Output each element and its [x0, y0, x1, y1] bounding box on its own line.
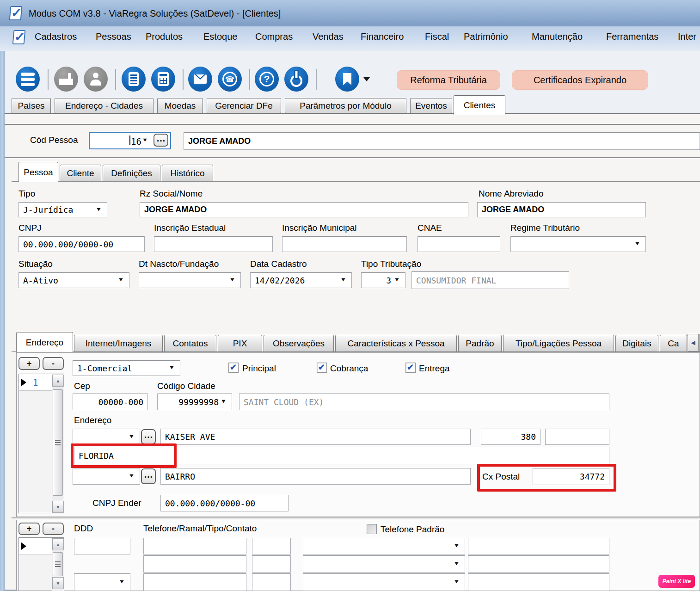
scroll-down-button[interactable]	[52, 577, 64, 589]
tab-pix[interactable]: PIX	[218, 335, 262, 352]
menu-produtos[interactable]: Produtos	[146, 31, 183, 42]
tab-historico[interactable]: Histórico	[162, 165, 213, 182]
menu-cadastros[interactable]: Cadastros	[35, 31, 77, 42]
telefone-field-1[interactable]	[143, 538, 246, 554]
tab-gerenciar-dfe[interactable]: Gerenciar DFe	[207, 98, 281, 113]
menu-manutencao[interactable]: Manutenção	[532, 31, 583, 42]
complemento-field[interactable]	[545, 429, 609, 445]
tab-contatos[interactable]: Contatos	[164, 335, 216, 352]
email-icon[interactable]	[188, 67, 212, 92]
bairro-ellipsis-button[interactable]	[141, 468, 156, 484]
tab-cliente[interactable]: Cliente	[60, 165, 101, 182]
ddd-combobox-3[interactable]	[74, 573, 130, 591]
tab-moedas[interactable]: Moedas	[157, 98, 203, 113]
person-icon[interactable]	[84, 67, 108, 92]
cnpj-ender-field[interactable]: 00.000.000/0000-00	[160, 495, 289, 511]
cod-cidade-combobox[interactable]: 99999998	[157, 394, 232, 410]
tipo-telefone-combobox-1[interactable]	[303, 538, 465, 554]
phone-add-button[interactable]: +	[18, 523, 40, 535]
power-icon[interactable]	[284, 67, 308, 92]
ramal-field-3[interactable]	[252, 573, 291, 591]
bookmark-dropdown-arrow-icon[interactable]	[363, 77, 370, 81]
dropdown-arrow-icon[interactable]	[455, 579, 461, 585]
records-menu-icon[interactable]	[16, 67, 40, 92]
rz-social-field[interactable]: JORGE AMADO	[140, 202, 468, 217]
dropdown-arrow-icon[interactable]	[455, 543, 461, 549]
menu-financeiro[interactable]: Financeiro	[361, 31, 404, 42]
cnae-field[interactable]	[418, 236, 500, 252]
dropdown-arrow-icon[interactable]	[120, 579, 127, 585]
logradouro-ellipsis-button[interactable]	[141, 429, 156, 444]
nome-abrev-field[interactable]: JORGE AMADO	[477, 202, 646, 217]
report-list-icon[interactable]	[122, 67, 146, 92]
tipo-telefone-combobox-2[interactable]	[303, 555, 465, 573]
menu-patrimonio[interactable]: Patrimônio	[464, 31, 508, 42]
scroll-up-button[interactable]	[52, 538, 64, 550]
tab-digitais[interactable]: Digitais	[615, 335, 658, 352]
dropdown-arrow-icon[interactable]	[119, 277, 126, 283]
calculator-icon[interactable]	[151, 67, 175, 92]
dropdown-arrow-icon[interactable]	[130, 434, 136, 440]
tab-definicoes[interactable]: Definições	[103, 165, 160, 182]
tipo-telefone-combobox-3[interactable]	[303, 573, 465, 591]
numero-field[interactable]: 380	[481, 429, 540, 445]
tab-observacoes[interactable]: Observações	[264, 335, 334, 352]
address-remove-button[interactable]: -	[43, 357, 64, 370]
tiptrib-combobox[interactable]: 3	[361, 272, 405, 288]
address-nav-scrollbar[interactable]	[52, 375, 64, 513]
scroll-down-button[interactable]	[52, 501, 64, 513]
telefone-padrao-checkbox[interactable]	[367, 524, 377, 534]
contato-field-2[interactable]	[468, 555, 609, 573]
tab-endereco[interactable]: Endereço	[16, 332, 73, 352]
telefone-field-2[interactable]	[143, 555, 246, 573]
tab-endereco-cidades[interactable]: Endereço - Cidades	[55, 98, 154, 113]
logradouro-field[interactable]: KAISER AVE	[160, 429, 471, 445]
address-add-button[interactable]: +	[18, 357, 40, 370]
tab-eventos[interactable]: Eventos	[410, 98, 452, 113]
regime-combobox[interactable]	[510, 236, 646, 252]
situacao-combobox[interactable]: A-Ativo	[18, 272, 129, 288]
dropdown-arrow-icon[interactable]	[455, 561, 461, 567]
tab-tipo-ligacoes[interactable]: Tipo/Ligações Pessoa	[503, 335, 614, 352]
ie-field[interactable]	[154, 236, 273, 252]
tab-scroll-left-button[interactable]	[688, 334, 699, 351]
tab-parametros-modulo[interactable]: Parâmetros por Módulo	[285, 98, 406, 113]
tipo-bairro-combobox[interactable]	[73, 468, 140, 485]
company-icon[interactable]	[54, 67, 78, 92]
tab-clientes[interactable]: Clientes	[454, 95, 505, 115]
im-field[interactable]	[282, 236, 407, 252]
bookmark-icon[interactable]	[335, 67, 359, 92]
dropdown-arrow-icon[interactable]	[231, 277, 237, 283]
tipo-combobox[interactable]: J-Jurídica	[18, 202, 107, 217]
phone-nav-scrollbar[interactable]	[52, 538, 64, 591]
menu-internet[interactable]: Inter	[678, 31, 696, 42]
bairro-field[interactable]: BAIRRO	[160, 468, 471, 485]
certificados-expirando-button[interactable]: Certificados Expirando	[512, 70, 648, 90]
cnpj-field[interactable]: 00.000.000/0000-00	[18, 236, 145, 252]
cod-pessoa-lookup[interactable]: 16	[89, 132, 171, 149]
tab-ca-partial[interactable]: Ca	[660, 335, 687, 352]
cod-pessoa-ellipsis-button[interactable]	[154, 134, 168, 147]
menu-estoque[interactable]: Estoque	[203, 31, 237, 42]
cod-pessoa-dropdown-arrow-icon[interactable]	[142, 138, 149, 143]
phone-current-row[interactable]	[19, 538, 52, 554]
menu-pessoas[interactable]: Pessoas	[96, 31, 131, 42]
tipo-endereco-combobox[interactable]: 1-Comercial	[73, 360, 180, 376]
menu-ferramentas[interactable]: Ferramentas	[606, 31, 658, 42]
dropdown-arrow-icon[interactable]	[636, 241, 642, 247]
entrega-checkbox[interactable]	[405, 363, 416, 373]
telefone-field-3[interactable]	[143, 573, 246, 591]
dropdown-arrow-icon[interactable]	[170, 365, 177, 371]
ramal-field-2[interactable]	[252, 555, 291, 573]
dropdown-arrow-icon[interactable]	[342, 277, 348, 283]
whatsapp-icon[interactable]	[218, 67, 242, 92]
ddd-field-1[interactable]	[74, 538, 130, 554]
cep-field[interactable]: 00000-000	[73, 394, 148, 410]
dropdown-arrow-icon[interactable]	[130, 474, 136, 479]
dtnascto-combobox[interactable]	[139, 272, 241, 288]
cobranca-checkbox[interactable]	[317, 363, 327, 373]
contato-field-1[interactable]	[468, 538, 609, 554]
dropdown-arrow-icon[interactable]	[222, 399, 228, 405]
tab-padrao[interactable]: Padrão	[458, 335, 502, 352]
principal-checkbox[interactable]	[228, 363, 239, 373]
